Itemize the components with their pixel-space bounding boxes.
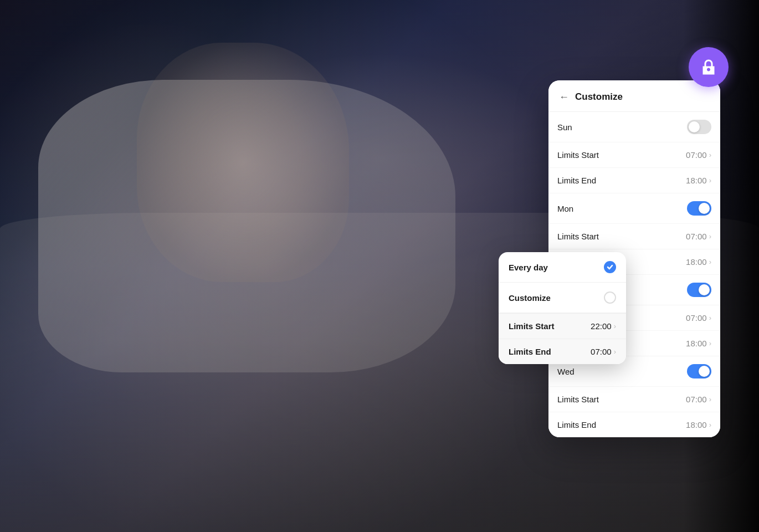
popup-limits-end-label: Limits End (509, 347, 551, 356)
customize-label: Customize (509, 293, 551, 303)
every-day-option[interactable]: Every day (499, 252, 626, 283)
wed-limits-end-row[interactable]: Limits End 18:00 › (548, 412, 720, 437)
sun-limits-start-label: Limits Start (557, 150, 599, 160)
popup-limits-start-label: Limits Start (509, 321, 555, 331)
chevron-icon: › (709, 395, 711, 403)
tue-limits-start-value: 07:00 › (686, 313, 711, 323)
checkmark-icon (607, 264, 613, 270)
mon-row: Mon (548, 193, 720, 224)
back-button[interactable]: ← (557, 90, 571, 104)
mon-limits-end-value: 18:00 › (686, 257, 711, 267)
sun-row: Sun (548, 112, 720, 142)
wed-limits-start-label: Limits Start (557, 395, 599, 404)
lock-icon-circle[interactable] (689, 47, 729, 87)
popup-limits-section: Limits Start 22:00 › Limits End 07:00 › (499, 313, 626, 364)
tue-toggle-thumb (699, 284, 710, 295)
mon-toggle-thumb (699, 203, 710, 214)
customize-radio (604, 291, 616, 304)
chevron-icon: › (709, 258, 711, 266)
popup-limits-end-value: 07:00 › (591, 347, 616, 356)
every-day-label: Every day (509, 263, 548, 272)
panel-title: Customize (575, 91, 623, 103)
chevron-icon: › (709, 339, 711, 347)
wed-toggle-thumb (699, 366, 710, 377)
tue-toggle[interactable] (687, 283, 711, 297)
sun-toggle[interactable] (687, 120, 711, 134)
sun-label: Sun (557, 122, 572, 132)
chevron-icon: › (709, 232, 711, 241)
mon-limits-start-value: 07:00 › (686, 232, 711, 241)
chevron-icon: › (709, 421, 711, 429)
chevron-icon: › (614, 322, 616, 330)
panel-header: ← Customize (548, 80, 720, 112)
chevron-icon: › (709, 151, 711, 159)
mon-limits-start-label: Limits Start (557, 232, 599, 241)
popup-limits-start-value: 22:00 › (591, 321, 616, 331)
wed-limits-start-value: 07:00 › (686, 395, 711, 404)
schedule-popup: Every day Customize Limits Start 22:00 ›… (499, 252, 626, 364)
wed-toggle[interactable] (687, 364, 711, 378)
lock-icon (699, 57, 719, 77)
sun-limits-start-value: 07:00 › (686, 150, 711, 160)
mon-toggle[interactable] (687, 201, 711, 216)
sun-toggle-thumb (689, 121, 700, 132)
wed-limits-start-row[interactable]: Limits Start 07:00 › (548, 387, 720, 412)
wed-limits-end-label: Limits End (557, 420, 596, 429)
sun-limits-end-row[interactable]: Limits End 18:00 › (548, 168, 720, 193)
mon-label: Mon (557, 204, 573, 213)
customize-option[interactable]: Customize (499, 283, 626, 313)
tue-limits-end-value: 18:00 › (686, 339, 711, 348)
sun-limits-end-value: 18:00 › (686, 176, 711, 185)
popup-limits-start-row[interactable]: Limits Start 22:00 › (499, 314, 626, 339)
sun-limits-end-label: Limits End (557, 176, 596, 185)
mon-limits-start-row[interactable]: Limits Start 07:00 › (548, 224, 720, 249)
popup-limits-end-row[interactable]: Limits End 07:00 › (499, 339, 626, 364)
chevron-icon: › (709, 314, 711, 322)
wed-label: Wed (557, 367, 575, 376)
chevron-icon: › (614, 347, 616, 356)
wed-limits-end-value: 18:00 › (686, 420, 711, 429)
sun-limits-start-row[interactable]: Limits Start 07:00 › (548, 142, 720, 168)
every-day-check (604, 261, 616, 273)
chevron-icon: › (709, 176, 711, 185)
